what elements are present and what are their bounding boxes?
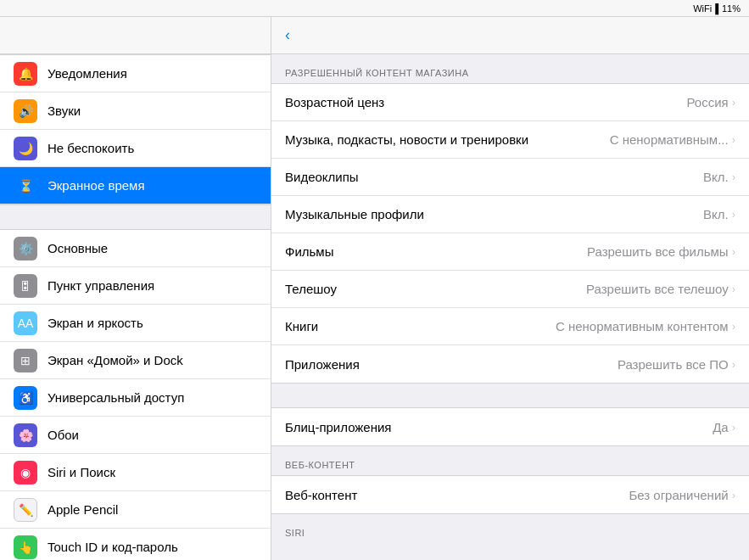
section-group-store: Возрастной цензРоссия›Музыка, подкасты, … xyxy=(271,83,749,384)
chevron-right-icon-quicklaunch: › xyxy=(732,421,735,434)
sidebar-item-wallpaper[interactable]: 🌸Обои xyxy=(0,417,271,454)
row-value-apps: Разрешить все ПО xyxy=(618,357,729,372)
row-value-agerestriction: Россия xyxy=(686,95,728,109)
section-header-siri: SIRI xyxy=(271,514,749,543)
donotdisturb-label: Не беспокоить xyxy=(48,141,134,155)
row-value-books: С ненормативным контентом xyxy=(556,319,729,333)
row-movies[interactable]: ФильмыРазрешить все фильмы› xyxy=(271,233,749,271)
section-header-webcontent: ВЕБ-КОНТЕНТ xyxy=(271,446,749,475)
general-label: Основные xyxy=(48,241,108,255)
row-value-container-books: С ненормативным контентом› xyxy=(556,319,735,333)
accessibility-icon: ♿ xyxy=(14,386,37,410)
back-button[interactable]: ‹ xyxy=(285,26,293,44)
row-label-books: Книги xyxy=(285,319,318,333)
controlcenter-label: Пункт управления xyxy=(48,278,154,293)
sidebar-item-general[interactable]: ⚙️Основные xyxy=(0,230,271,267)
sidebar-separator xyxy=(0,205,271,229)
notifications-label: Уведомления xyxy=(48,66,127,81)
touchid-label: Touch ID и код-пароль xyxy=(48,540,178,554)
sidebar-item-notifications[interactable]: 🔔Уведомления xyxy=(0,55,271,92)
sounds-label: Звуки xyxy=(48,104,81,118)
row-value-tvshows: Разрешить все телешоу xyxy=(586,282,729,296)
sidebar-group: ⚙️Основные🎛Пункт управленияAAЭкран и ярк… xyxy=(0,229,271,560)
row-musicprofiles[interactable]: Музыкальные профилиВкл.› xyxy=(271,196,749,233)
accessibility-label: Универсальный доступ xyxy=(48,390,184,405)
sidebar-item-controlcenter[interactable]: 🎛Пункт управления xyxy=(0,267,271,305)
sidebar-group: 🔔Уведомления🔊Звуки🌙Не беспокоить⏳Экранно… xyxy=(0,54,271,205)
chevron-right-icon-videoclips: › xyxy=(732,171,735,183)
sidebar-item-homescreen[interactable]: ⊞Экран «Домой» и Dock xyxy=(0,342,271,379)
screentime-label: Экранное время xyxy=(48,178,145,193)
row-web[interactable]: Веб-контентБез ограничений› xyxy=(271,476,749,513)
sidebar-item-siri[interactable]: ◉Siri и Поиск xyxy=(0,454,271,491)
chevron-right-icon-books: › xyxy=(732,320,735,333)
row-label-tvshows: Телешоу xyxy=(285,282,337,296)
row-value-web: Без ограничений xyxy=(629,488,728,502)
status-bar-right: WiFi ▌11% xyxy=(693,3,741,14)
row-value-musicprofiles: Вкл. xyxy=(703,207,729,221)
sidebar-item-donotdisturb[interactable]: 🌙Не беспокоить xyxy=(0,130,271,167)
applepencil-label: Apple Pencil xyxy=(48,502,118,517)
homescreen-icon: ⊞ xyxy=(14,349,37,372)
chevron-right-icon-music: › xyxy=(732,133,735,146)
sidebar-item-sounds[interactable]: 🔊Звуки xyxy=(0,92,271,130)
row-value-container-tvshows: Разрешить все телешоу› xyxy=(586,282,735,296)
row-value-container-musicprofiles: Вкл.› xyxy=(703,207,735,221)
section-header-store: РАЗРЕШЕННЫЙ КОНТЕНТ МАГАЗИНА xyxy=(271,54,749,83)
chevron-right-icon-apps: › xyxy=(732,358,735,371)
row-value-container-movies: Разрешить все фильмы› xyxy=(587,244,735,259)
row-value-container-web: Без ограничений› xyxy=(629,488,735,502)
homescreen-label: Экран «Домой» и Dock xyxy=(48,353,183,367)
battery-icon: ▌11% xyxy=(715,3,741,14)
row-music[interactable]: Музыка, подкасты, новости и тренировкиС … xyxy=(271,121,749,159)
sidebar-item-applepencil[interactable]: ✏️Apple Pencil xyxy=(0,491,271,529)
row-label-videoclips: Видеоклипы xyxy=(285,170,359,184)
row-apps[interactable]: ПриложенияРазрешить все ПО› xyxy=(271,345,749,383)
chevron-left-icon: ‹ xyxy=(285,26,290,44)
wallpaper-icon: 🌸 xyxy=(14,423,37,447)
sidebar-item-accessibility[interactable]: ♿Универсальный доступ xyxy=(0,379,271,417)
row-label-apps: Приложения xyxy=(285,357,360,372)
row-agerestriction[interactable]: Возрастной цензРоссия› xyxy=(271,84,749,121)
row-tvshows[interactable]: ТелешоуРазрешить все телешоу› xyxy=(271,271,749,308)
siri-label: Siri и Поиск xyxy=(48,465,115,479)
row-value-container-music: С ненормативным...› xyxy=(610,132,735,147)
chevron-right-icon-web: › xyxy=(732,489,735,501)
sidebar-list: 🔔Уведомления🔊Звуки🌙Не беспокоить⏳Экранно… xyxy=(0,54,271,560)
row-label-musicprofiles: Музыкальные профили xyxy=(285,207,424,221)
displaybrightness-label: Экран и яркость xyxy=(48,316,143,330)
section-group-webcontent: Веб-контентБез ограничений› xyxy=(271,475,749,514)
right-header: ‹ xyxy=(271,17,749,54)
siri-icon: ◉ xyxy=(14,461,37,484)
chevron-right-icon-tvshows: › xyxy=(732,283,735,295)
right-panel: ‹ РАЗРЕШЕННЫЙ КОНТЕНТ МАГАЗИНАВозрастной… xyxy=(271,0,749,560)
row-videoclips[interactable]: ВидеоклипыВкл.› xyxy=(271,159,749,196)
row-value-music: С ненормативным... xyxy=(610,132,729,147)
row-value-videoclips: Вкл. xyxy=(703,170,729,184)
row-value-quicklaunch: Да xyxy=(713,420,729,434)
row-value-container-agerestriction: Россия› xyxy=(686,95,735,109)
displaybrightness-icon: AA xyxy=(14,311,37,335)
screentime-icon: ⏳ xyxy=(14,174,37,198)
row-books[interactable]: КнигиС ненормативным контентом› xyxy=(271,308,749,345)
sidebar-item-displaybrightness[interactable]: AAЭкран и яркость xyxy=(0,305,271,342)
row-quicklaunch[interactable]: Блиц-приложенияДа› xyxy=(271,408,749,445)
section-group-quickapps: Блиц-приложенияДа› xyxy=(271,407,749,446)
row-value-container-videoclips: Вкл.› xyxy=(703,170,735,184)
wallpaper-label: Обои xyxy=(48,428,79,442)
notifications-icon: 🔔 xyxy=(14,62,37,86)
sidebar-item-touchid[interactable]: 👆Touch ID и код-пароль xyxy=(0,529,271,560)
wifi-icon: WiFi xyxy=(693,3,712,14)
sounds-icon: 🔊 xyxy=(14,99,37,123)
controlcenter-icon: 🎛 xyxy=(14,274,37,298)
row-label-music: Музыка, подкасты, новости и тренировки xyxy=(285,132,528,147)
row-value-movies: Разрешить все фильмы xyxy=(587,244,729,259)
spacer xyxy=(271,384,749,407)
sidebar-item-screentime[interactable]: ⏳Экранное время xyxy=(0,167,271,204)
applepencil-icon: ✏️ xyxy=(14,498,37,522)
left-header xyxy=(0,17,271,54)
chevron-right-icon-agerestriction: › xyxy=(732,96,735,109)
row-label-agerestriction: Возрастной ценз xyxy=(285,95,384,109)
row-label-web: Веб-контент xyxy=(285,488,357,502)
right-content: РАЗРЕШЕННЫЙ КОНТЕНТ МАГАЗИНАВозрастной ц… xyxy=(271,54,749,560)
